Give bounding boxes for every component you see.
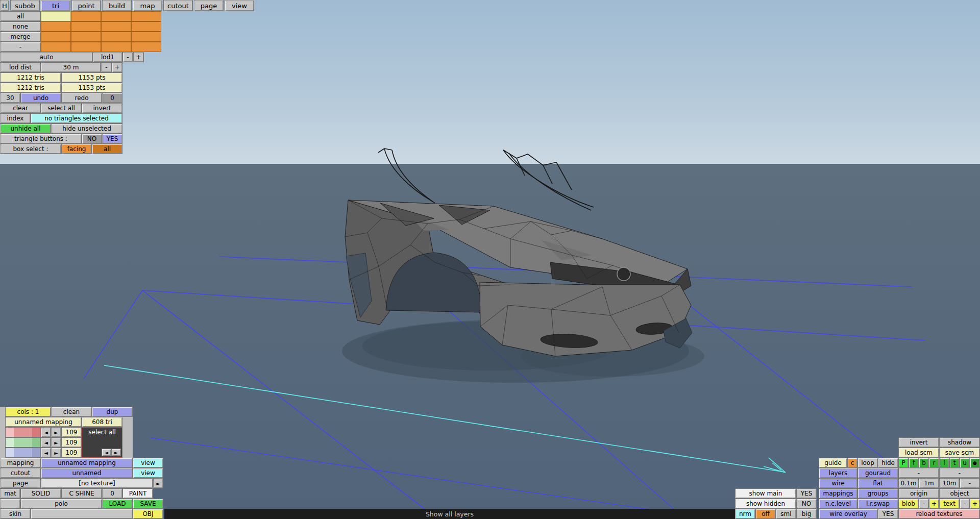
subob-slot[interactable] [71, 32, 101, 42]
gouraud-button[interactable]: gouraud [857, 468, 898, 478]
subob-slot[interactable] [71, 42, 101, 52]
load-scm-button[interactable]: load scm [898, 448, 939, 458]
arrow-left-icon[interactable]: ◄ [41, 427, 51, 437]
model-name[interactable]: polo [20, 499, 102, 509]
lod-minus-button[interactable]: - [122, 52, 133, 62]
subob-slot[interactable] [41, 32, 71, 42]
viewport-3d[interactable] [0, 0, 980, 519]
c-shine-button[interactable]: C SHINE [61, 488, 102, 499]
subob-all-button[interactable]: all [0, 11, 41, 21]
layers-dash-a[interactable]: - [898, 468, 939, 478]
view-b-button[interactable]: b [919, 458, 929, 468]
channel-value[interactable]: 109 [61, 427, 82, 437]
menu-tri-tab[interactable]: tri [41, 0, 70, 11]
mapping-name[interactable]: unnamed mapping [5, 417, 82, 427]
mapping-value[interactable]: unnamed mapping [41, 458, 133, 468]
subob-slot[interactable] [41, 21, 71, 32]
hide-unselected-button[interactable]: hide unselected [51, 123, 122, 134]
subob-slot[interactable] [41, 11, 71, 21]
subob-slot[interactable] [41, 42, 71, 52]
shine-value[interactable]: 0 [102, 488, 122, 499]
save-scm-button[interactable]: save scm [939, 448, 980, 458]
wire-overlay-button[interactable]: wire overlay [819, 509, 878, 519]
save-button[interactable]: SAVE [133, 499, 163, 509]
redo-button[interactable]: redo [61, 93, 102, 103]
arrow-right-icon[interactable]: ► [51, 427, 61, 437]
text-button[interactable]: text [939, 499, 960, 509]
subob-slot[interactable] [71, 21, 101, 32]
menu-build-tab[interactable]: build [102, 0, 132, 11]
menu-subob-tab[interactable]: subob [10, 0, 40, 11]
unhide-all-button[interactable]: unhide all [0, 123, 51, 134]
nc-level-button[interactable]: n.c.level [819, 499, 857, 509]
triangle-buttons-no[interactable]: NO [82, 134, 102, 144]
scale-dash-button[interactable]: - [960, 478, 980, 488]
text-plus-button[interactable]: + [970, 499, 980, 509]
scale-10m-button[interactable]: 10m [939, 478, 960, 488]
invert-button[interactable]: invert [82, 103, 122, 113]
clear-button[interactable]: clear [0, 103, 41, 113]
channel-color-swatch[interactable] [5, 427, 41, 437]
blob-minus-button[interactable]: - [919, 499, 929, 509]
lod-plus-button[interactable]: + [133, 52, 144, 62]
cutout-view-button[interactable]: view [133, 468, 163, 478]
load-button[interactable]: LOAD [102, 499, 133, 509]
page-next-icon[interactable]: ► [153, 478, 163, 488]
subob-merge-button[interactable]: merge [0, 32, 41, 42]
subob-slot[interactable] [131, 21, 161, 32]
box-select-all[interactable]: all [92, 144, 122, 154]
view-f-button[interactable]: f [909, 458, 919, 468]
invert-view-button[interactable]: invert [898, 437, 939, 448]
nrm-button[interactable]: nrm [735, 509, 755, 519]
show-hidden-toggle[interactable]: NO [796, 499, 817, 509]
channel-select-all-button[interactable]: select all ◄ ► [82, 427, 122, 458]
subob-slot[interactable] [131, 32, 161, 42]
origin-button[interactable]: origin [898, 488, 939, 499]
arrow-right-icon[interactable]: ► [111, 449, 121, 456]
guide-button[interactable]: guide [819, 458, 847, 468]
layers-button[interactable]: layers [819, 468, 857, 478]
shadow-button[interactable]: shadow [939, 437, 980, 448]
paint-button[interactable]: PAINT [122, 488, 153, 499]
off-button[interactable]: off [755, 509, 776, 519]
arrow-right-icon[interactable]: ► [51, 448, 61, 458]
obj-button[interactable]: OBJ [133, 509, 163, 519]
cutout-value[interactable]: unnamed [41, 468, 133, 478]
scale-01m-button[interactable]: 0.1m [898, 478, 919, 488]
view-l-button[interactable]: l [939, 458, 949, 468]
groups-button[interactable]: groups [857, 488, 898, 499]
lod-level-button[interactable]: lod1 [93, 52, 122, 62]
subob-slot[interactable] [101, 42, 131, 52]
lod-dist-plus-button[interactable]: + [112, 62, 122, 72]
view-t-button[interactable]: t [949, 458, 960, 468]
view-p-button[interactable]: P [898, 458, 909, 468]
mappings-button[interactable]: mappings [819, 488, 857, 499]
arrow-left-icon[interactable]: ◄ [102, 449, 111, 456]
subob-slot[interactable] [101, 21, 131, 32]
wire-button[interactable]: wire [819, 478, 857, 488]
lod-dist-minus-button[interactable]: - [101, 62, 112, 72]
sml-button[interactable]: sml [776, 509, 796, 519]
layers-dash-b[interactable]: - [939, 468, 980, 478]
arrow-right-icon[interactable]: ► [51, 437, 61, 448]
dup-button[interactable]: dup [92, 407, 133, 417]
subob-none-button[interactable]: none [0, 21, 41, 32]
clean-button[interactable]: clean [51, 407, 92, 417]
subob-slot[interactable] [101, 11, 131, 21]
wire-overlay-toggle[interactable]: YES [878, 509, 898, 519]
menu-map-tab[interactable]: map [133, 0, 162, 11]
triangle-buttons-yes[interactable]: YES [102, 134, 122, 144]
view-dot-button[interactable]: ● [970, 458, 980, 468]
channel-color-swatch[interactable] [5, 437, 41, 448]
solid-button[interactable]: SOLID [20, 488, 61, 499]
box-select-facing[interactable]: facing [61, 144, 92, 154]
menu-h-button[interactable]: H [0, 0, 9, 11]
lod-dist-value[interactable]: 30 m [41, 62, 101, 72]
blob-plus-button[interactable]: + [929, 499, 939, 509]
object-button[interactable]: object [939, 488, 980, 499]
skin-button[interactable]: skin [0, 509, 31, 519]
subob-slot[interactable] [71, 11, 101, 21]
channel-value[interactable]: 109 [61, 448, 82, 458]
channel-value[interactable]: 109 [61, 437, 82, 448]
menu-view-tab[interactable]: view [225, 0, 254, 11]
